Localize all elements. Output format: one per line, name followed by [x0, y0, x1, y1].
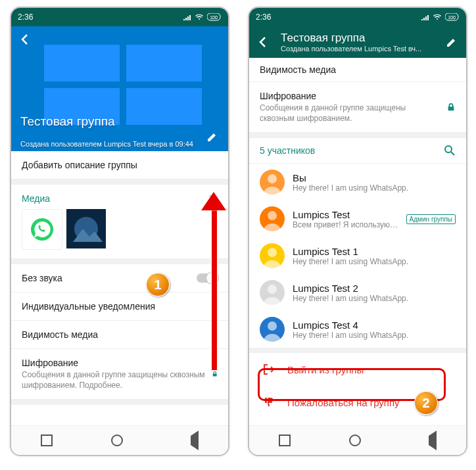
group-header: Тестовая группа Создана пользователем Lu…: [11, 26, 228, 151]
nav-back-icon[interactable]: [419, 431, 437, 450]
member-row[interactable]: Lumpics Test 2Hey there! I am using What…: [249, 274, 466, 311]
battery-icon: 100: [445, 13, 460, 21]
signal-icon: [421, 14, 429, 20]
member-name: Lumpics Test: [293, 209, 398, 220]
search-icon[interactable]: [444, 145, 456, 156]
encryption-title: Шифрование: [260, 91, 417, 101]
custom-notifications-label: Индивидуальные уведомления: [22, 301, 155, 312]
media-section[interactable]: Медиа 2 ›: [11, 185, 228, 259]
svg-point-10: [268, 248, 277, 257]
add-description-label: Добавить описание группы: [22, 160, 137, 170]
android-navbar: [249, 425, 466, 455]
status-time: 2:36: [256, 12, 271, 22]
member-row[interactable]: Lumpics Test 4Hey there! I am using What…: [249, 311, 466, 348]
media-visibility-row[interactable]: Видимость медиа: [11, 321, 228, 349]
nav-home-icon[interactable]: [111, 435, 123, 446]
lock-icon: [212, 369, 218, 379]
add-description-row[interactable]: Добавить описание группы: [11, 151, 228, 179]
avatar: [260, 317, 285, 342]
member-row[interactable]: Lumpics Test 1Hey there! I am using What…: [249, 237, 466, 274]
svg-point-9: [268, 211, 277, 220]
member-status: Hey there! I am using WhatsApp.: [293, 257, 456, 266]
member-name: Lumpics Test 4: [293, 319, 456, 331]
appbar-title: Тестовая группа: [281, 32, 435, 45]
group-subtitle: Создана пользователем Lumpics Test вчера…: [20, 139, 195, 149]
member-row[interactable]: Lumpics TestВсем привет! Я использую Wha…: [249, 200, 466, 237]
members-list: ВыHey there! I am using WhatsApp.Lumpics…: [249, 164, 466, 348]
mute-toggle[interactable]: [197, 273, 218, 283]
lock-icon: [446, 103, 456, 112]
media-thumb[interactable]: [22, 209, 62, 250]
encryption-subtitle: Сообщения в данной группе защищены сквоз…: [260, 103, 417, 124]
mute-row[interactable]: Без звука: [11, 264, 228, 293]
status-bar: 2:36 100: [249, 8, 466, 26]
callout-2: 2: [414, 391, 438, 415]
group-title: Тестовая группа: [20, 114, 115, 129]
svg-text:100: 100: [448, 15, 456, 20]
media-thumb[interactable]: [66, 209, 106, 248]
member-status: Hey there! I am using WhatsApp.: [293, 331, 456, 340]
media-label: Медиа: [22, 193, 50, 204]
media-visibility-label: Видимость медиа: [22, 329, 98, 340]
participants-header: 5 участников: [249, 138, 466, 164]
member-name: Вы: [293, 172, 456, 183]
svg-point-8: [268, 174, 277, 183]
avatar: [260, 280, 285, 305]
image-icon: [66, 209, 106, 248]
media-visibility-row[interactable]: Видимость медиа: [249, 58, 466, 82]
appbar-subtitle: Создана пользователем Lumpics Test вч...: [281, 45, 435, 53]
chevron-right-icon: ›: [215, 194, 218, 203]
status-icons: 100: [421, 13, 460, 21]
android-navbar: [11, 425, 228, 455]
member-name: Lumpics Test 1: [293, 246, 456, 257]
media-thumbs: [22, 209, 218, 250]
svg-text:100: 100: [210, 15, 218, 20]
wifi-icon: [195, 14, 204, 20]
back-icon[interactable]: [257, 35, 270, 49]
member-row[interactable]: ВыHey there! I am using WhatsApp.: [249, 164, 466, 200]
member-status: Всем привет! Я использую WhatsApp.: [293, 220, 398, 229]
nav-back-icon[interactable]: [181, 431, 199, 450]
status-icons: 100: [183, 13, 222, 21]
edit-icon[interactable]: [445, 35, 458, 49]
app-bar: Тестовая группа Создана пользователем Lu…: [249, 26, 466, 58]
phone-left: 2:36 100 Тестовая группа Создана пользов…: [10, 7, 229, 456]
encryption-row[interactable]: Шифрование Сообщения в данной группе защ…: [249, 82, 466, 133]
callout-1: 1: [146, 273, 170, 296]
encryption-row[interactable]: Шифрование Сообщения в данной группе защ…: [11, 349, 228, 400]
encryption-subtitle: Сообщения в данной группе защищены сквоз…: [22, 370, 212, 390]
whatsapp-icon: [29, 216, 55, 243]
avatar: [260, 243, 285, 268]
participants-count: 5 участников: [260, 145, 315, 156]
custom-notifications-row[interactable]: Индивидуальные уведомления: [11, 293, 228, 321]
nav-recent-icon[interactable]: [41, 435, 53, 446]
nav-recent-icon[interactable]: [279, 435, 291, 446]
member-status: Hey there! I am using WhatsApp.: [293, 294, 456, 303]
encryption-title: Шифрование: [22, 358, 212, 368]
member-status: Hey there! I am using WhatsApp.: [293, 183, 456, 193]
mute-label: Без звука: [22, 273, 62, 283]
avatar: [260, 170, 285, 195]
wifi-icon: [433, 14, 442, 20]
battery-icon: 100: [207, 13, 222, 21]
group-cover-image: [11, 26, 228, 151]
status-time: 2:36: [18, 12, 33, 22]
status-bar: 2:36 100: [11, 8, 228, 26]
edit-icon[interactable]: [206, 130, 219, 143]
admin-badge: Админ группы: [406, 214, 456, 224]
svg-point-7: [445, 146, 452, 153]
member-name: Lumpics Test 2: [293, 283, 456, 294]
nav-home-icon[interactable]: [349, 435, 361, 446]
svg-point-12: [268, 321, 277, 331]
media-count: 2: [208, 194, 213, 203]
svg-point-11: [268, 285, 277, 294]
back-icon[interactable]: [19, 33, 32, 46]
signal-icon: [183, 14, 191, 20]
avatar: [260, 206, 285, 231]
media-visibility-label: Видимость медиа: [260, 64, 336, 75]
